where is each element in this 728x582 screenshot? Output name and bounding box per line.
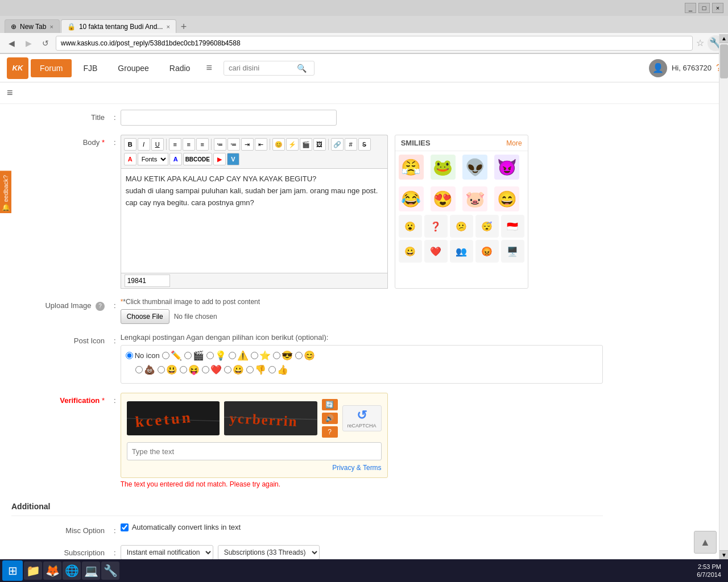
smiley-7[interactable]: 🐷 <box>462 186 487 211</box>
new-tab-btn[interactable]: + <box>179 21 189 33</box>
hash-btn[interactable]: # <box>345 138 357 151</box>
tab-active-close[interactable]: × <box>166 23 169 30</box>
align-right-btn[interactable]: ≡ <box>196 138 209 151</box>
nav-groupee[interactable]: Groupee <box>109 59 158 77</box>
search-input[interactable] <box>229 64 297 72</box>
smiley-3[interactable]: 👽 <box>462 155 487 180</box>
smiley-5[interactable]: 😂 <box>399 186 424 211</box>
img-btn[interactable]: 🖼 <box>313 138 326 151</box>
scroll-down-btn[interactable]: ▼ <box>719 550 728 559</box>
smiley-10[interactable]: ❓ <box>424 215 448 238</box>
minimize-btn[interactable]: _ <box>685 3 696 13</box>
venmo-btn[interactable]: V <box>227 153 239 165</box>
editor-body[interactable]: MAU KETIK APA KALAU CAP CAY NYA KAYAK BE… <box>121 168 388 273</box>
scroll-thumb[interactable] <box>720 44 728 78</box>
tab-new[interactable]: ⊕ New Tab × <box>5 19 60 33</box>
icon-film-radio[interactable] <box>184 352 192 359</box>
choose-file-btn[interactable]: Choose File <box>121 309 169 324</box>
icon-thumbsup-radio[interactable] <box>268 366 276 373</box>
smiley-1[interactable]: 😤 <box>399 155 424 180</box>
smiley-9[interactable]: 😮 <box>399 215 422 238</box>
logo-btn[interactable]: KK <box>7 57 28 79</box>
smiley-15[interactable]: ❤️ <box>424 240 448 263</box>
smiley-13[interactable]: 🇮🇩 <box>501 215 524 238</box>
scroll-up-btn[interactable]: ▲ <box>719 34 728 43</box>
italic-btn[interactable]: I <box>138 138 150 151</box>
notification-select[interactable]: Instant email notification <box>121 545 213 560</box>
icon-tongue-radio[interactable] <box>180 366 187 373</box>
smiley-4[interactable]: 😈 <box>494 155 519 180</box>
nav-fjb[interactable]: FJB <box>74 59 106 77</box>
icon-happy-radio[interactable] <box>295 352 303 359</box>
smiley-12[interactable]: 😴 <box>475 215 499 238</box>
captcha-help-btn[interactable]: ? <box>322 426 338 438</box>
captcha-refresh-btn[interactable]: 🔄 <box>322 399 338 410</box>
address-input[interactable] <box>56 36 693 51</box>
icon-smile-radio[interactable] <box>224 366 231 373</box>
back-btn[interactable]: ◀ <box>5 36 18 50</box>
maximize-btn[interactable]: □ <box>698 3 710 13</box>
bold-btn[interactable]: B <box>124 138 136 151</box>
outdent-btn[interactable]: ⇤ <box>255 138 267 151</box>
captcha-audio-btn[interactable]: 🔊 <box>322 413 338 424</box>
icon-pencil-radio[interactable] <box>162 352 169 359</box>
nav-radio[interactable]: Radio <box>160 59 200 77</box>
taskbar-chrome[interactable]: 🌐 <box>63 562 81 580</box>
icon-cool-radio[interactable] <box>273 352 280 359</box>
icon-laugh-radio[interactable] <box>158 366 165 373</box>
indent-btn[interactable]: ⇥ <box>241 138 254 151</box>
icon-star-radio[interactable] <box>251 352 258 359</box>
smiley-16[interactable]: 👥 <box>450 240 473 263</box>
strike-btn[interactable]: S̶ <box>358 138 371 151</box>
taskbar-computer[interactable]: 💻 <box>82 562 100 580</box>
icon-heart-radio[interactable] <box>202 366 209 373</box>
char-count-input[interactable] <box>125 275 170 287</box>
forward-btn[interactable]: ▶ <box>22 36 35 50</box>
refresh-btn[interactable]: ↺ <box>39 36 52 50</box>
smiley-14[interactable]: 😀 <box>399 240 422 263</box>
smiley-8[interactable]: 😄 <box>494 186 519 211</box>
font-size-btn[interactable]: A <box>169 153 182 165</box>
hamburger-icon[interactable]: ≡ <box>201 62 217 74</box>
num-list-btn[interactable]: ≔ <box>228 138 240 151</box>
tab-new-close[interactable]: × <box>49 23 53 30</box>
media-btn[interactable]: 🎬 <box>300 138 312 151</box>
threads-select[interactable]: Subscriptions (33 Threads) <box>218 545 320 560</box>
font-color-btn[interactable]: A <box>124 153 136 165</box>
smiley-17[interactable]: 😡 <box>475 240 499 263</box>
align-left-btn[interactable]: ≡ <box>169 138 181 151</box>
smiley-2[interactable]: 🐸 <box>431 155 456 180</box>
fonts-select[interactable]: Fonts <box>138 153 168 165</box>
captcha-input[interactable] <box>127 442 382 460</box>
back-to-top-btn[interactable]: ▲ <box>694 531 717 554</box>
taskbar-firefox[interactable]: 🦊 <box>43 562 61 580</box>
icon-thumbsdown-radio[interactable] <box>246 366 254 373</box>
title-input[interactable] <box>121 110 337 126</box>
upload-help-icon[interactable]: ? <box>96 302 105 311</box>
align-center-btn[interactable]: ≡ <box>183 138 195 151</box>
emotion-btn[interactable]: 😊 <box>272 138 285 151</box>
nav-forum[interactable]: Forum <box>31 59 72 77</box>
taskbar-explorer[interactable]: 📁 <box>24 562 42 580</box>
search-icon[interactable]: 🔍 <box>297 64 307 73</box>
taskbar-app[interactable]: 🔧 <box>101 562 119 580</box>
list-btn[interactable]: ≔ <box>214 138 226 151</box>
smiley-18[interactable]: 🖥️ <box>501 240 524 263</box>
smiley-11[interactable]: 😕 <box>450 215 473 238</box>
link-btn[interactable]: 🔗 <box>331 138 344 151</box>
misc-checkbox[interactable] <box>121 523 129 531</box>
flash-btn[interactable]: ⚡ <box>286 138 299 151</box>
close-btn[interactable]: × <box>712 3 723 13</box>
no-icon-radio[interactable] <box>126 352 133 359</box>
bbcode-btn[interactable]: BBCODE <box>183 153 212 165</box>
youtube-btn[interactable]: ▶ <box>213 153 226 165</box>
smiley-6[interactable]: 😍 <box>431 186 456 211</box>
icon-warning-radio[interactable] <box>229 352 236 359</box>
start-btn[interactable]: ⊞ <box>2 560 23 581</box>
tab-active[interactable]: 🔒 10 fakta tentang Budi And... × <box>61 19 176 33</box>
underline-btn[interactable]: U <box>151 138 164 151</box>
notification-tab[interactable]: 🔔 <box>0 202 11 213</box>
captcha-privacy[interactable]: Privacy & Terms <box>127 464 382 472</box>
icon-bulb-radio[interactable] <box>206 352 214 359</box>
smilies-more[interactable]: More <box>506 139 522 147</box>
